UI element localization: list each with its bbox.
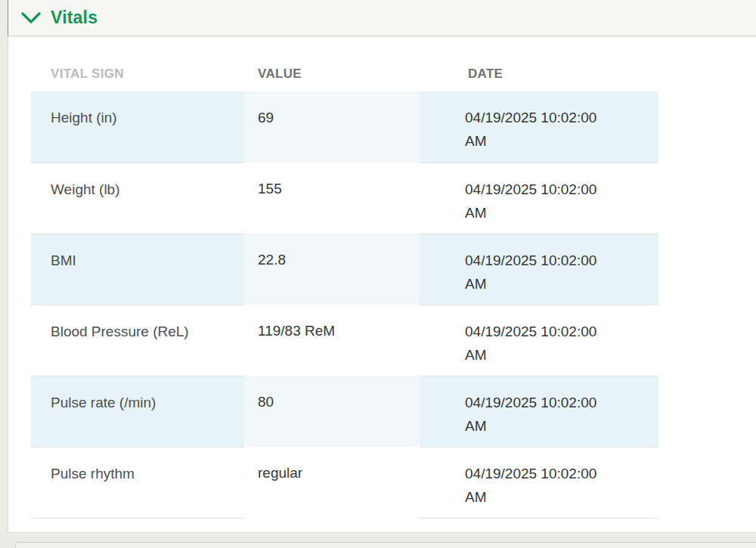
date-cell: 04/19/2025 10:02:00 AM xyxy=(420,163,658,234)
vitals-section-header[interactable]: Vitals xyxy=(8,0,756,36)
vital-sign-cell: Pulse rate (/min) xyxy=(31,376,244,447)
value-cell: 80 xyxy=(244,376,420,447)
vital-sign-cell: Weight (lb) xyxy=(31,163,244,234)
value-cell: 155 xyxy=(244,163,420,234)
vital-sign-cell: Pulse rhythm xyxy=(31,447,244,518)
section-title: Vitals xyxy=(51,8,98,28)
table-row: Weight (lb) 155 04/19/2025 10:02:00 AM xyxy=(31,163,658,234)
vital-sign-cell: Height (in) xyxy=(31,91,244,163)
date-cell: 04/19/2025 10:02:00 AM xyxy=(420,447,658,518)
table-header-row: VITAL SIGN VALUE DATE xyxy=(31,57,658,91)
vitals-table: VITAL SIGN VALUE DATE Height (in) 69 04/… xyxy=(31,57,658,519)
vital-sign-cell: Blood Pressure (ReL) xyxy=(31,305,244,376)
table-row: Pulse rate (/min) 80 04/19/2025 10:02:00… xyxy=(31,376,658,447)
table-row: Height (in) 69 04/19/2025 10:02:00 AM xyxy=(31,91,658,163)
table-row: BMI 22.8 04/19/2025 10:02:00 AM xyxy=(31,234,658,305)
date-cell: 04/19/2025 10:02:00 AM xyxy=(420,305,658,376)
column-header-vital-sign: VITAL SIGN xyxy=(31,57,244,91)
date-cell: 04/19/2025 10:02:00 AM xyxy=(420,376,658,447)
value-cell: 119/83 ReM xyxy=(244,305,420,376)
column-header-value: VALUE xyxy=(244,57,420,91)
value-cell: 69 xyxy=(244,91,420,163)
table-row: Blood Pressure (ReL) 119/83 ReM 04/19/20… xyxy=(31,305,658,376)
date-cell: 04/19/2025 10:02:00 AM xyxy=(420,91,658,163)
vitals-page: Vitals VITAL SIGN VALUE DATE Height (in)… xyxy=(0,0,756,548)
column-header-date: DATE xyxy=(420,57,658,91)
chevron-down-icon[interactable] xyxy=(21,11,41,25)
next-section-header-edge[interactable] xyxy=(15,542,756,548)
value-cell: regular xyxy=(244,447,420,518)
date-cell: 04/19/2025 10:02:00 AM xyxy=(420,234,658,305)
vital-sign-cell: BMI xyxy=(31,234,244,305)
vitals-panel: VITAL SIGN VALUE DATE Height (in) 69 04/… xyxy=(8,37,756,533)
table-row: Pulse rhythm regular 04/19/2025 10:02:00… xyxy=(31,447,658,518)
value-cell: 22.8 xyxy=(244,234,420,305)
